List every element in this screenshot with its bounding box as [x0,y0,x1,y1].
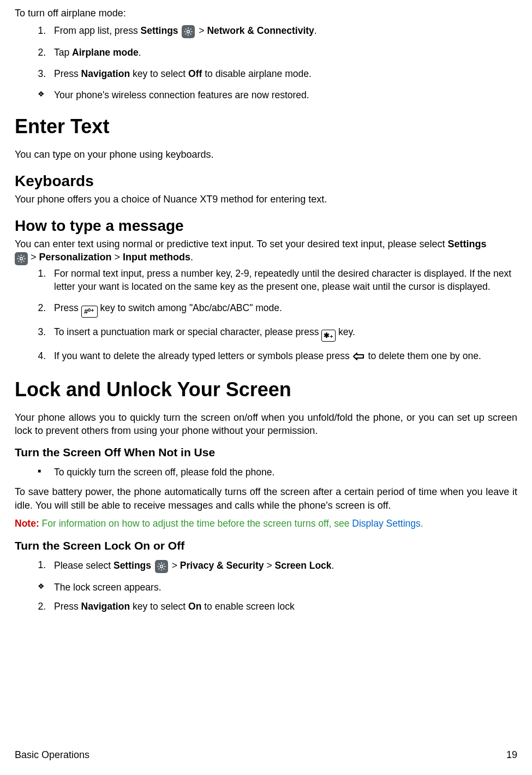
sub-item: Your phone's wireless connection feature… [50,89,517,102]
heading-lock-unlock: Lock and Unlock Your Screen [15,377,517,403]
bold-privacy: Privacy & Security [180,559,264,570]
note-text: For information on how to adjust the tim… [39,518,352,529]
heading-keyboards: Keyboards [15,171,517,192]
note-paragraph: Note: For information on how to adjust t… [15,517,517,530]
type-step-3: To insert a punctuation mark or special … [49,326,517,342]
step-1: From app list, press Settings > Network … [49,24,517,38]
text: . [332,559,334,570]
settings-icon [182,25,195,38]
svg-point-1 [20,258,23,260]
step-2: Tap Airplane mode. [49,46,517,59]
lock-steps: Please select Settings > Privacy & Secur… [15,559,517,573]
settings-icon [15,252,28,265]
type-steps: For normal text input, press a number ke… [15,267,517,365]
lock-sub: The lock screen appears. [15,581,517,594]
bold-settings: Settings [141,25,178,36]
heading-enter-text: Enter Text [15,114,517,140]
bold-settings: Settings [447,239,486,249]
text: to disable airplane mode. [202,68,311,79]
text: . [139,47,141,58]
heading-type-message: How to type a message [15,216,517,236]
text: to delete them one by one. [366,350,481,361]
text: to enable screen lock [201,601,294,612]
text: > [31,252,39,263]
text: > [172,559,180,570]
text: From app list, press [54,25,141,36]
bold-settings: Settings [113,559,151,570]
text: . [190,252,193,263]
bold-airplane: Airplane mode [72,47,139,58]
text: Please select [54,559,113,570]
heading-screen-off: Turn the Screen Off When Not in Use [15,445,517,460]
text: Tap [54,47,72,58]
text: You can enter text using normal or predi… [15,239,447,249]
text: If you want to delete the already typed … [54,350,352,361]
text: > [112,252,123,263]
lock-sub-item: The lock screen appears. [50,581,517,594]
text: > [264,559,275,570]
bold-screenlock: Screen Lock [275,559,332,570]
text: Press [54,601,81,612]
note-end: . [421,518,423,529]
text: key. [336,326,355,337]
lock-step-1: Please select Settings > Privacy & Secur… [49,559,517,573]
bold-nav: Navigation [81,601,130,612]
back-icon [352,351,366,365]
type-step-2: Press #⁰⁺ key to switch among "Abc/abc/A… [49,302,517,318]
text: . [314,25,317,36]
type-step-1: For normal text input, press a number ke… [49,267,517,293]
star-key-icon: ✱₊ [321,330,336,342]
intro-text: To turn off airplane mode: [15,7,517,20]
screen-off-list: To quickly turn the screen off, please f… [15,466,517,479]
bold-on: On [188,601,201,612]
lock-steps-2: Press Navigation key to select On to ena… [15,600,517,613]
bold-off: Off [188,68,202,79]
battery-save-text: To save battery power, the phone automat… [15,485,517,512]
step-3: Press Navigation key to select Off to di… [49,68,517,81]
svg-point-0 [187,31,190,33]
airplane-sub: Your phone's wireless connection feature… [15,89,517,102]
text: > [199,25,207,36]
bold-nav: Navigation [81,68,130,79]
page-footer: Basic Operations 19 [15,748,517,761]
note-label: Note: [15,518,39,529]
text: Press [54,302,81,313]
display-settings-link[interactable]: Display Settings [352,518,420,529]
enter-text-desc: You can type on your phone using keyboar… [15,148,517,161]
airplane-off-steps: From app list, press Settings > Network … [15,24,517,80]
screen-off-item: To quickly turn the screen off, please f… [50,466,517,479]
bold-personalization: Personalization [39,252,112,263]
text: To insert a punctuation mark or special … [54,326,321,337]
text: Press [54,68,81,79]
text: key to select [130,68,188,79]
heading-screen-lock: Turn the Screen Lock On or Off [15,538,517,553]
bold-network: Network & Connectivity [207,25,314,36]
page-number: 19 [506,748,517,761]
type-step-4: If you want to delete the already typed … [49,350,517,365]
type-message-desc: You can enter text using normal or predi… [15,237,517,265]
text: key to select [130,601,188,612]
text: key to switch among "Abc/abc/ABC" mode. [98,302,282,313]
svg-point-2 [160,565,163,568]
footer-section: Basic Operations [15,748,89,761]
lock-step-2: Press Navigation key to select On to ena… [49,600,517,613]
settings-icon [155,560,168,573]
hash-key-icon: #⁰⁺ [81,306,98,318]
bold-input: Input methods [123,252,190,263]
lock-desc: Your phone allows you to quickly turn th… [15,411,517,438]
keyboards-desc: Your phone offers you a choice of Nuance… [15,193,517,206]
